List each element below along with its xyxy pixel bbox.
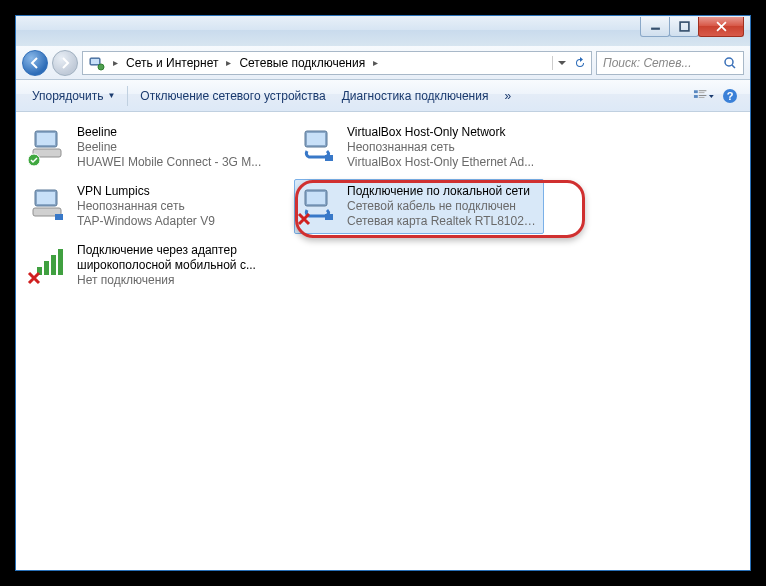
minimize-button[interactable]: [640, 17, 670, 37]
connection-icon: [299, 184, 339, 224]
connection-icon: [29, 125, 69, 165]
svg-rect-24: [55, 214, 63, 220]
connection-text: Подключение по локальной сети Сетевой ка…: [347, 184, 539, 229]
network-path-icon: [89, 55, 105, 71]
svg-rect-31: [58, 249, 63, 275]
connection-text: VirtualBox Host-Only Network Неопознанна…: [347, 125, 534, 170]
window: ▸ Сеть и Интернет ▸ Сетевые подключения …: [15, 15, 751, 571]
svg-rect-8: [699, 92, 705, 93]
connection-device: VirtualBox Host-Only Ethernet Ad...: [347, 155, 534, 170]
connection-icon: [299, 125, 339, 165]
svg-rect-30: [51, 255, 56, 275]
back-arrow-icon: [28, 56, 42, 70]
svg-rect-11: [699, 96, 705, 97]
address-bar[interactable]: ▸ Сеть и Интернет ▸ Сетевые подключения …: [82, 51, 592, 75]
maximize-icon: [679, 21, 690, 32]
svg-rect-27: [325, 214, 333, 220]
connection-status: Сетевой кабель не подключен: [347, 199, 539, 214]
organize-button[interactable]: Упорядочить ▼: [24, 85, 123, 107]
back-button[interactable]: [22, 50, 48, 76]
connection-name: VirtualBox Host-Only Network: [347, 125, 534, 140]
connected-badge-icon: [27, 153, 41, 167]
connection-device: TAP-Windows Adapter V9: [77, 214, 215, 229]
lan-icon: [299, 125, 339, 165]
address-actions: [552, 56, 591, 70]
disconnected-badge-icon: [297, 212, 311, 226]
connection-item[interactable]: VPN Lumpics Неопознанная сеть TAP-Window…: [24, 179, 274, 234]
close-button[interactable]: [698, 17, 744, 37]
connection-item-selected[interactable]: Подключение по локальной сети Сетевой ка…: [294, 179, 544, 234]
diagnose-label: Диагностика подключения: [342, 89, 489, 103]
window-controls: [641, 17, 744, 37]
connection-item[interactable]: VirtualBox Host-Only Network Неопознанна…: [294, 120, 544, 175]
toolbar-right: ?: [692, 84, 742, 108]
svg-rect-15: [37, 133, 55, 145]
connection-status: Нет подключения: [77, 273, 269, 288]
connection-name: Подключение по локальной сети: [347, 184, 539, 199]
svg-rect-26: [307, 192, 325, 204]
disable-device-label: Отключение сетевого устройства: [140, 89, 325, 103]
connection-icon: [29, 184, 69, 224]
connection-item[interactable]: Подключение через адаптер широкополосной…: [24, 238, 274, 293]
forward-button[interactable]: [52, 50, 78, 76]
connection-status: Неопознанная сеть: [347, 140, 534, 155]
more-label: »: [504, 89, 511, 103]
close-icon: [716, 21, 727, 32]
connection-text: VPN Lumpics Неопознанная сеть TAP-Window…: [77, 184, 215, 229]
svg-rect-20: [325, 155, 333, 161]
dropdown-arrow-icon: [708, 88, 715, 104]
minimize-icon: [650, 21, 661, 32]
breadcrumb-arrow[interactable]: ▸: [369, 57, 382, 68]
search-box[interactable]: Поиск: Сетев...: [596, 51, 744, 75]
search-icon: [723, 56, 737, 70]
history-dropdown-icon[interactable]: [557, 58, 567, 68]
refresh-icon[interactable]: [573, 56, 587, 70]
more-commands-button[interactable]: »: [496, 85, 519, 107]
connection-device: HUAWEI Mobile Connect - 3G M...: [77, 155, 261, 170]
toolbar: Упорядочить ▼ Отключение сетевого устрой…: [16, 80, 750, 112]
modem-icon: [29, 184, 69, 224]
search-placeholder: Поиск: Сетев...: [603, 56, 723, 70]
connection-text: Beeline Beeline HUAWEI Mobile Connect - …: [77, 125, 261, 170]
connection-text: Подключение через адаптер широкополосной…: [77, 243, 269, 288]
connection-name: VPN Lumpics: [77, 184, 215, 199]
svg-rect-7: [699, 90, 707, 91]
svg-point-5: [725, 58, 733, 66]
connection-status: Beeline: [77, 140, 261, 155]
maximize-button[interactable]: [669, 17, 699, 37]
svg-rect-0: [651, 28, 660, 30]
connection-status: Неопознанная сеть: [77, 199, 215, 214]
disable-device-button[interactable]: Отключение сетевого устройства: [132, 85, 333, 107]
connection-icon: [29, 243, 69, 283]
help-icon: ?: [722, 88, 738, 104]
svg-rect-10: [699, 95, 707, 96]
svg-rect-1: [680, 22, 689, 31]
connection-device: Сетевая карта Realtek RTL8102E/...: [347, 214, 539, 229]
svg-point-4: [98, 64, 104, 70]
breadcrumb-segment[interactable]: Сетевые подключения: [235, 56, 369, 70]
svg-rect-6: [694, 90, 698, 93]
view-icon: [693, 88, 708, 104]
dropdown-arrow-icon: ▼: [107, 91, 115, 100]
svg-text:?: ?: [727, 90, 734, 102]
forward-arrow-icon: [58, 56, 72, 70]
connection-item[interactable]: Beeline Beeline HUAWEI Mobile Connect - …: [24, 120, 274, 175]
svg-rect-9: [694, 95, 698, 98]
content-area: Beeline Beeline HUAWEI Mobile Connect - …: [16, 112, 750, 570]
view-button[interactable]: [692, 84, 716, 108]
svg-rect-29: [44, 261, 49, 275]
svg-rect-19: [307, 133, 325, 145]
svg-rect-3: [91, 59, 99, 64]
disconnected-badge-icon: [27, 271, 41, 285]
connection-name: Подключение через адаптер широкополосной…: [77, 243, 269, 273]
titlebar: [16, 16, 750, 46]
breadcrumb-segment[interactable]: Сеть и Интернет: [122, 56, 222, 70]
svg-rect-22: [37, 192, 55, 204]
toolbar-separator: [127, 86, 128, 106]
diagnose-button[interactable]: Диагностика подключения: [334, 85, 497, 107]
breadcrumb-arrow[interactable]: ▸: [222, 57, 235, 68]
breadcrumb-root-arrow[interactable]: ▸: [109, 57, 122, 68]
navigation-bar: ▸ Сеть и Интернет ▸ Сетевые подключения …: [16, 46, 750, 80]
connection-name: Beeline: [77, 125, 261, 140]
help-button[interactable]: ?: [718, 84, 742, 108]
